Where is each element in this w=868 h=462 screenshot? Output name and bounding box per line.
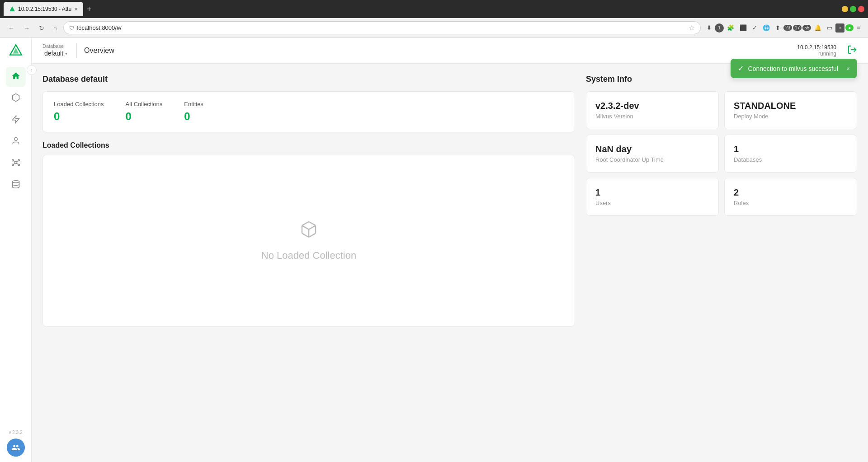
svg-point-6 — [18, 159, 19, 161]
roles-label: Roles — [734, 200, 848, 206]
globe-icon[interactable]: 🌐 — [760, 23, 772, 33]
loaded-collections-section-title: Loaded Collections — [42, 141, 575, 149]
uptime-label: Root Coordinator Up Time — [595, 156, 709, 163]
database-selector: Database default ▾ — [42, 43, 69, 58]
svg-line-9 — [14, 160, 15, 162]
sidebar-item-search[interactable] — [6, 110, 26, 130]
logout-icon[interactable] — [847, 45, 857, 57]
conn-status: running — [797, 51, 836, 57]
db-name: default — [44, 50, 63, 57]
sidebar-item-cluster[interactable] — [6, 154, 26, 173]
svg-point-5 — [12, 159, 13, 161]
tab-favicon — [9, 6, 15, 12]
disconnect-icon-svg — [847, 45, 857, 55]
info-card-milvus-version: v2.3.2-dev Milvus Version — [586, 91, 719, 129]
close-button[interactable]: × — [858, 6, 864, 12]
loaded-collections-value: 0 — [54, 110, 104, 123]
avatar-button[interactable] — [7, 439, 25, 457]
minimize-button[interactable]: − — [842, 6, 848, 12]
info-card-deploy-mode: STANDALONE Deploy Mode — [724, 91, 857, 129]
all-collections-label: All Collections — [126, 101, 163, 107]
databases-label: Databases — [734, 156, 848, 163]
toast-success-icon: ✓ — [738, 64, 744, 73]
download-icon[interactable]: ⬇ — [704, 23, 714, 33]
home-button[interactable]: ⌂ — [51, 23, 60, 33]
sidebar-item-users[interactable] — [6, 132, 26, 152]
browser-chrome: 10.0.2.15:19530 - Attu ✕ + − □ × — [0, 0, 868, 18]
tab-title: 10.0.2.15:19530 - Attu — [18, 6, 71, 12]
empty-cube-icon — [300, 220, 318, 243]
entities-label: Entities — [184, 101, 203, 107]
tab-close-button[interactable]: ✕ — [74, 7, 78, 12]
stat-all-collections: All Collections 0 — [126, 101, 163, 123]
toolbar-icons: ⬇ 1 🧩 ⬛ ✓ 🌐 ⬆ 23 17 55 🔔 ▭ ▪ ● ≡ — [704, 23, 863, 33]
svg-point-13 — [12, 180, 19, 182]
app-logo — [9, 43, 23, 60]
empty-state: No Loaded Collection — [261, 220, 356, 261]
toast-message: Connection to milvus successful — [748, 65, 838, 72]
new-tab-button[interactable]: + — [85, 5, 94, 14]
deploy-mode-label: Deploy Mode — [734, 113, 848, 120]
maximize-button[interactable]: □ — [850, 6, 856, 12]
svg-point-8 — [18, 164, 19, 165]
notification-icon[interactable]: 🔔 — [812, 23, 824, 33]
sidebar-item-home[interactable] — [6, 67, 26, 87]
screen-icon[interactable]: ▭ — [825, 23, 835, 33]
browser-tabs: 10.0.2.15:19530 - Attu ✕ + — [4, 2, 835, 16]
bookmark-icon[interactable]: ☆ — [689, 23, 695, 32]
translate-icon[interactable]: ⬛ — [737, 23, 749, 33]
svg-point-7 — [12, 164, 13, 165]
profile-icon[interactable]: ▪ — [835, 23, 844, 33]
stats-card: Loaded Collections 0 All Collections 0 E… — [42, 91, 575, 132]
active-tab[interactable]: 10.0.2.15:19530 - Attu ✕ — [4, 2, 83, 16]
sidebar-toggle-button[interactable]: › — [27, 65, 37, 75]
password-icon[interactable]: 1 — [715, 23, 724, 33]
deploy-mode-value: STANDALONE — [734, 101, 848, 111]
window-controls: − □ × — [842, 6, 864, 12]
upload-icon[interactable]: ⬆ — [773, 23, 783, 33]
system-info-grid: v2.3.2-dev Milvus Version STANDALONE Dep… — [586, 91, 857, 216]
db-select-button[interactable]: default ▾ — [42, 49, 69, 58]
count-badge-1: 23 — [783, 25, 792, 31]
left-panel: Database default Loaded Collections 0 Al… — [42, 75, 575, 451]
security-icon: 🛡 — [69, 25, 74, 31]
toast-close-button[interactable]: × — [846, 65, 850, 72]
svg-line-12 — [16, 163, 18, 164]
svg-point-3 — [14, 137, 17, 140]
app-layout: › — [0, 38, 868, 462]
svg-line-11 — [14, 163, 15, 164]
header-divider — [76, 43, 77, 58]
lightning-icon — [11, 115, 20, 126]
extensions-icon[interactable]: 🧩 — [725, 23, 736, 33]
main-content: Database default ▾ Overview 10.0.2.15:19… — [32, 38, 868, 462]
conn-host: 10.0.2.15:19530 — [797, 44, 836, 51]
count-badge-2: 17 — [793, 25, 802, 31]
database-icon — [11, 180, 20, 191]
roles-value: 2 — [734, 187, 848, 198]
milvus-version-value: v2.3.2-dev — [595, 101, 709, 111]
info-card-uptime: NaN day Root Coordinator Up Time — [586, 135, 719, 173]
person-icon — [11, 136, 20, 148]
back-button[interactable]: ← — [5, 23, 17, 33]
page-title: Overview — [84, 47, 114, 55]
avatar-icon — [11, 443, 20, 452]
home-icon — [11, 71, 20, 83]
toast-notification: ✓ Connection to milvus successful × — [731, 59, 857, 78]
address-text: localhost:8000/#/ — [77, 24, 121, 31]
forward-button[interactable]: → — [21, 23, 33, 33]
logo-icon — [9, 43, 23, 58]
chevron-down-icon: ▾ — [65, 51, 67, 56]
loaded-collections-label: Loaded Collections — [54, 101, 104, 107]
reload-button[interactable]: ↻ — [36, 23, 47, 33]
sidebar-item-database[interactable] — [6, 175, 26, 195]
databases-value: 1 — [734, 144, 848, 154]
sidebar: › — [0, 38, 32, 462]
uptime-value: NaN day — [595, 144, 709, 154]
check-icon[interactable]: ✓ — [750, 23, 760, 33]
toggle-icon[interactable]: ● — [845, 24, 854, 31]
milvus-version-label: Milvus Version — [595, 113, 709, 120]
sidebar-item-collections[interactable] — [6, 89, 26, 108]
menu-icon[interactable]: ≡ — [854, 23, 863, 33]
info-card-roles: 2 Roles — [724, 178, 857, 216]
address-bar[interactable]: 🛡 localhost:8000/#/ ☆ — [63, 21, 701, 34]
